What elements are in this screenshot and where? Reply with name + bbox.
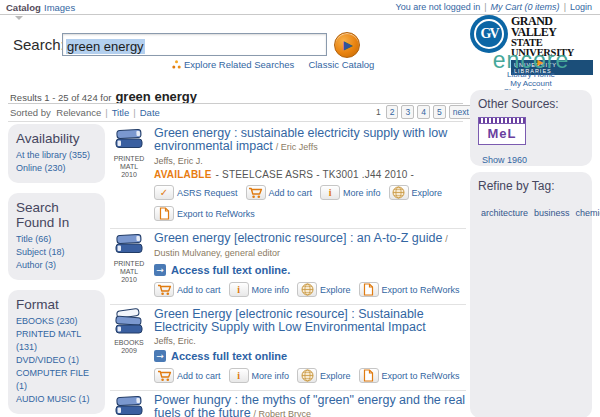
result-actions: Add to cartiMore infoExploreExport to Re… xyxy=(154,368,466,383)
document-icon xyxy=(359,282,379,297)
books-stack-icon xyxy=(110,308,148,339)
sort-date[interactable]: Date xyxy=(140,107,160,118)
result-author: Jeffs, Eric. xyxy=(154,336,466,346)
action-add-to-cart[interactable]: Add to cart xyxy=(154,368,221,383)
result-format: PRINTEDMATL2010 xyxy=(110,127,148,221)
page-link-3[interactable]: 3 xyxy=(401,105,414,119)
facet-item[interactable]: AUDIO MUSIC (1) xyxy=(16,393,97,406)
result-body: Green energy [electronic resource] : an … xyxy=(154,232,466,297)
login-link[interactable]: Login xyxy=(570,2,592,12)
action-more-info[interactable]: iMore info xyxy=(229,282,290,297)
book-icon xyxy=(110,232,148,260)
result-responsibility: / Robert Bryce xyxy=(254,409,312,417)
action-label: Export to RefWorks xyxy=(177,209,255,219)
tag[interactable]: chemical engineering xyxy=(576,208,600,218)
explore-related-searches-link[interactable]: Explore Related Searches xyxy=(172,59,294,70)
action-asrs-request[interactable]: ✓ASRS Request xyxy=(154,185,238,200)
tab-images[interactable]: Images xyxy=(44,2,75,13)
action-add-to-cart[interactable]: Add to cart xyxy=(154,282,221,297)
go-arrow-icon: ▶ xyxy=(343,39,352,51)
info-icon: i xyxy=(229,282,249,297)
search-query: green energy xyxy=(115,89,197,104)
action-more-info[interactable]: iMore info xyxy=(229,368,290,383)
arrow-right-icon: → xyxy=(154,350,166,362)
tab-catalog[interactable]: Catalog xyxy=(6,2,41,13)
document-icon xyxy=(359,368,379,383)
result-row: PRINTEDMATL2010Green energy [electronic … xyxy=(110,229,466,305)
sort-title[interactable]: Title xyxy=(112,107,130,118)
my-cart-link[interactable]: My Cart (0 items) xyxy=(491,2,560,12)
action-label: Explore xyxy=(412,188,443,198)
action-label: More info xyxy=(252,285,290,295)
page-link-2[interactable]: 2 xyxy=(386,105,399,119)
facet-title: Search Found In xyxy=(16,200,97,230)
classic-catalog-link[interactable]: Classic Catalog xyxy=(308,59,374,70)
access-full-text-link[interactable]: Access full text online xyxy=(171,350,287,362)
action-explore[interactable]: Explore xyxy=(389,185,443,200)
result-format: PRINTEDMATL2010 xyxy=(110,232,148,297)
document-icon xyxy=(154,206,174,221)
globe-icon xyxy=(297,368,317,383)
tag[interactable]: architecture xyxy=(481,208,528,218)
access-full-text-link[interactable]: Access full text online. xyxy=(171,264,290,276)
format-label-line: 2009 xyxy=(110,347,148,355)
result-actions: Add to cartiMore infoExploreExport to Re… xyxy=(154,282,466,297)
result-responsibility: / Eric Jeffs xyxy=(276,142,318,152)
result-title-link[interactable]: Green Energy [electronic resource] : Sus… xyxy=(154,307,426,334)
search-label: Search: xyxy=(13,36,65,53)
facet-item[interactable]: At the library (355) xyxy=(16,149,97,162)
call-number-detail: - STEELCASE ASRS - TK3001 .J44 2010 - xyxy=(216,169,414,180)
page-link-4[interactable]: 4 xyxy=(417,105,430,119)
info-icon: i xyxy=(320,185,340,200)
action-add-to-cart[interactable]: Add to cart xyxy=(246,185,313,200)
facet-rail: AvailabilityAt the library (355)Online (… xyxy=(8,124,105,417)
format-label-line: 2010 xyxy=(110,171,148,179)
book-icon xyxy=(110,127,148,155)
tag[interactable]: business xyxy=(534,208,570,218)
facet-format: FormatEBOOKS (230)PRINTED MATL (131)DVD/… xyxy=(8,290,105,414)
facet-item[interactable]: Title (66) xyxy=(16,233,97,246)
result-title: Power hungry : the myths of "green" ener… xyxy=(154,394,466,417)
action-more-info[interactable]: iMore info xyxy=(320,185,381,200)
result-actions: ✓ASRS RequestAdd to cartiMore infoExplor… xyxy=(154,185,466,221)
action-export-to-refworks[interactable]: Export to RefWorks xyxy=(154,206,255,221)
mel-logo[interactable]: MeL xyxy=(478,117,526,145)
book-icon xyxy=(110,394,148,417)
refine-by-tag-title: Refine by Tag: xyxy=(478,179,584,193)
result-body: Green energy : sustainable electricity s… xyxy=(154,127,466,221)
online-access: →Access full text online. xyxy=(154,264,466,276)
facet-item[interactable]: PRINTED MATL (131) xyxy=(16,328,97,354)
action-export-to-refworks[interactable]: Export to RefWorks xyxy=(359,368,460,383)
globe-icon xyxy=(389,185,409,200)
result-format: PRINTEDMATL xyxy=(110,394,148,417)
action-label: Explore xyxy=(320,371,351,381)
arrow-right-icon: → xyxy=(154,264,166,276)
refine-by-tag-box: Refine by Tag: architecturebusinesschemi… xyxy=(470,172,592,417)
action-explore[interactable]: Explore xyxy=(297,282,351,297)
action-explore[interactable]: Explore xyxy=(297,368,351,383)
result-title-link[interactable]: Green energy [electronic resource] : an … xyxy=(154,231,442,245)
facet-item[interactable]: Subject (18) xyxy=(16,246,97,259)
page-link-5[interactable]: 5 xyxy=(433,105,446,119)
action-export-to-refworks[interactable]: Export to RefWorks xyxy=(359,282,460,297)
result-row: PRINTEDMATLPower hungry : the myths of "… xyxy=(110,391,466,417)
result-body: Green Energy [electronic resource] : Sus… xyxy=(154,308,466,383)
facet-search-found-in: Search Found InTitle (66)Subject (18)Aut… xyxy=(8,193,105,280)
facet-item[interactable]: Online (230) xyxy=(16,162,97,175)
gvsu-monogram: GV xyxy=(474,19,504,49)
show-more-sources-link[interactable]: Show 1960 xyxy=(482,155,527,165)
action-label: Explore xyxy=(320,285,351,295)
search-input-value: green energy xyxy=(66,39,145,54)
facet-item[interactable]: Author (3) xyxy=(16,259,97,272)
facet-item[interactable]: EBOOKS (230) xyxy=(16,315,97,328)
format-label-line: EBOOKS xyxy=(110,339,148,347)
facet-title: Format xyxy=(16,297,97,312)
result-title: Green energy [electronic resource] : an … xyxy=(154,232,466,260)
result-row: PRINTEDMATL2010Green energy : sustainabl… xyxy=(110,124,466,229)
facet-item[interactable]: COMPUTER FILE (1) xyxy=(16,367,97,393)
search-go-button[interactable]: ▶ xyxy=(334,32,360,58)
action-label: Export to RefWorks xyxy=(382,371,460,381)
search-input[interactable]: green energy xyxy=(62,33,327,56)
action-label: Add to cart xyxy=(177,371,221,381)
facet-item[interactable]: DVD/VIDEO (1) xyxy=(16,354,97,367)
